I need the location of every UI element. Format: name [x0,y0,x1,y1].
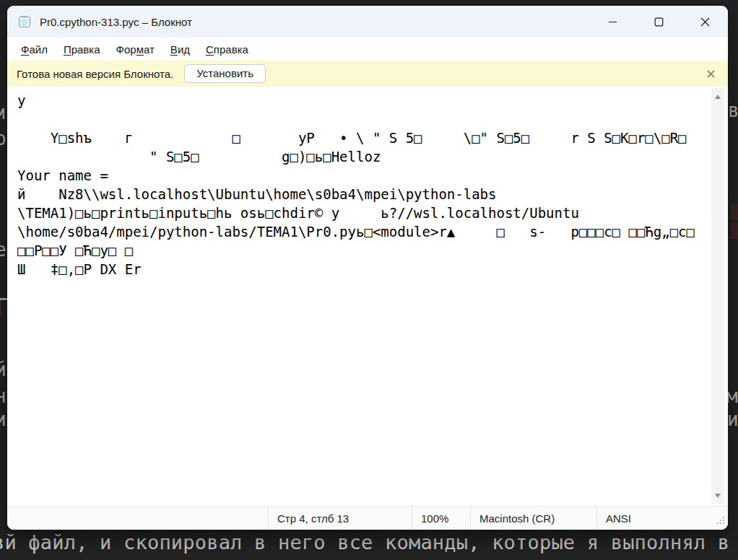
background-fragment: е [0,239,6,261]
update-notification-bar: Готова новая версия Блокнота. Установить [7,61,728,87]
background-fragment: и [0,408,6,430]
menu-view[interactable]: Вид [162,41,198,58]
editor-line: \TEMA1)□ь□printь□inputь□hь osь□chdir© у … [17,204,709,222]
update-message: Готова новая версия Блокнота. [17,68,173,80]
menu-format[interactable]: Формат [108,41,162,58]
background-fragment: в [728,100,738,121]
menu-file[interactable]: Файл [13,41,56,58]
desktop-background: м р е Г й н и в м и вй файл, и скопирова… [0,0,738,560]
menu-edit[interactable]: Правка [56,41,108,58]
editor-line [17,110,709,128]
editor-line: й Nz8\\wsl.localhost\Ubuntu\home\s0ba4\m… [17,185,709,204]
text-editor[interactable]: у Y□shъ г □ уР • \ " S 5□ \□" S□5□ r S S… [7,87,728,506]
close-icon [700,17,710,27]
maximize-button[interactable] [635,6,682,38]
encoding-status: ANSI [596,507,728,530]
background-fragment: м [726,385,738,407]
status-bar: Стр 4, стлб 13 100% Macintosh (CR) ANSI [7,506,728,530]
editor-line: Your name = [17,166,709,185]
notepad-window: Pr0.cpython-313.pyc – Блокнот [7,6,728,530]
scroll-up-icon[interactable] [715,95,721,99]
background-fragment: н [0,385,6,407]
background-fragment: й [0,359,6,380]
background-fragment: м [0,102,5,123]
editor-line: \home/s0ba4/mpei/python-labs/TEMA1\Pr0.p… [17,222,709,241]
background-fragment-block [731,204,738,220]
notepad-icon [17,14,32,30]
editor-line: у [17,91,709,110]
editor-line: Y□shъ г □ уР • \ " S 5□ \□" S□5□ r S S□K… [17,128,709,147]
menu-bar: Файл Правка Формат Вид Справка [7,38,728,61]
close-button[interactable] [682,6,728,38]
dismiss-notification-button[interactable] [704,67,718,81]
menu-help[interactable]: Справка [198,41,256,58]
editor-line: Ш ‡□,□Р DX Er [17,260,709,279]
scroll-down-icon[interactable] [715,494,721,498]
maximize-icon [654,17,664,27]
editor-line: □□Р□□У □Ћ□у□ □ [17,241,709,260]
window-title: Pr0.cpython-313.pyc – Блокнот [40,16,192,28]
zoom-level-status: 100% [412,507,470,530]
dismiss-icon [707,70,715,78]
background-terminal-text: вй файл, и скопировал в него все команды… [0,531,729,554]
editor-line: " S□5□ g□)□ь□Helloz [17,147,709,166]
background-fragment-block [731,223,738,239]
minimize-icon [608,17,617,27]
install-update-button[interactable]: Установить [184,64,266,83]
background-fragment: и [727,408,738,430]
line-ending-status: Macintosh (CR) [470,507,596,530]
background-fragment: р [0,128,6,149]
resize-grip[interactable] [716,515,725,527]
statusbar-spacer [7,507,268,530]
vertical-scrollbar[interactable] [711,88,724,504]
cursor-position-status: Стр 4, стлб 13 [268,507,412,530]
minimize-button[interactable] [589,6,635,38]
title-bar[interactable]: Pr0.cpython-313.pyc – Блокнот [7,6,728,38]
